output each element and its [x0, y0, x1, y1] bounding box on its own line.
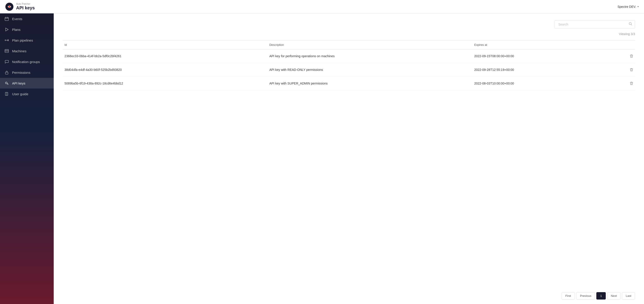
- app-logo: [5, 3, 14, 11]
- chevron-down-icon: ▾: [638, 5, 639, 8]
- chat-icon: [4, 59, 9, 64]
- pagination: First Previous 1 Next Last: [54, 286, 644, 304]
- cell-desc-3: API key with SUPER_ADMIN permissions: [268, 82, 472, 85]
- svg-rect-6: [5, 49, 8, 52]
- sidebar-item-machines[interactable]: Machines: [0, 46, 54, 56]
- play-icon: [4, 27, 9, 32]
- list-icon: [4, 49, 9, 53]
- sidebar: Events Plans Plan pipelines Machines Not…: [0, 13, 54, 304]
- content-area: Viewing 3/3 Id Description Expires at 23…: [54, 13, 644, 286]
- delete-button-1[interactable]: [628, 53, 635, 59]
- cell-desc-2: API key with READ-ONLY permissions: [268, 68, 472, 71]
- app-title-area: Auto Patcher API keys: [16, 3, 35, 10]
- search-container: [63, 20, 635, 29]
- search-wrapper: [554, 20, 635, 29]
- sidebar-item-notification-groups[interactable]: Notification groups: [0, 56, 54, 67]
- sidebar-label-plans: Plans: [12, 28, 20, 31]
- calendar-icon: [4, 16, 9, 21]
- sidebar-label-permissions: Permissions: [12, 71, 30, 74]
- sidebar-label-plan-pipelines: Plan pipelines: [12, 38, 33, 42]
- lock-icon: [4, 70, 9, 75]
- svg-rect-2: [5, 17, 8, 20]
- pipeline-icon: [4, 38, 9, 42]
- layout: Events Plans Plan pipelines Machines Not…: [0, 13, 644, 304]
- current-page-button[interactable]: 1: [596, 292, 606, 300]
- viewing-info: Viewing 3/3: [63, 32, 635, 36]
- sidebar-item-plan-pipelines[interactable]: Plan pipelines: [0, 35, 54, 46]
- cell-id-2: 38d044fa-e4df-4a30-b60f-525b2bd93820: [63, 68, 268, 71]
- cell-action-2: [626, 67, 635, 72]
- table-row: 5089ba5b-6f19-438a-892c-18cd6e4bbd12 API…: [63, 77, 635, 90]
- svg-point-1: [8, 6, 10, 7]
- key-icon: [4, 81, 9, 85]
- table-row: 38d044fa-e4df-4a30-b60f-525b2bd93820 API…: [63, 63, 635, 77]
- table-header: Id Description Expires at: [63, 40, 635, 49]
- book-icon: [4, 92, 9, 96]
- col-header-actions: [626, 43, 635, 46]
- previous-page-button[interactable]: Previous: [576, 292, 595, 300]
- sidebar-item-events[interactable]: Events: [0, 13, 54, 24]
- col-header-description: Description: [268, 43, 472, 46]
- cell-id-1: 2368ec33-0bba-414f-bb2a-5df0c2bf4261: [63, 54, 268, 58]
- table-row: 2368ec33-0bba-414f-bb2a-5df0c2bf4261 API…: [63, 49, 635, 63]
- search-button[interactable]: [629, 22, 632, 26]
- user-name: Spectre DEV.: [617, 5, 636, 8]
- sidebar-label-user-guide: User guide: [12, 92, 28, 96]
- main-content: Viewing 3/3 Id Description Expires at 23…: [54, 13, 644, 304]
- search-input[interactable]: [554, 20, 635, 29]
- svg-point-4: [5, 40, 6, 41]
- cell-expires-3: 2022-08-03T10:00:00+00:00: [472, 82, 626, 85]
- sidebar-item-plans[interactable]: Plans: [0, 24, 54, 35]
- cell-expires-1: 2022-09-15T08:00:00+00:00: [472, 54, 626, 58]
- svg-rect-7: [5, 72, 8, 74]
- table-container: Id Description Expires at 2368ec33-0bba-…: [63, 40, 635, 90]
- first-page-button[interactable]: First: [562, 292, 575, 300]
- sidebar-item-user-guide[interactable]: User guide: [0, 88, 54, 99]
- sidebar-label-notification-groups: Notification groups: [12, 60, 40, 64]
- svg-point-8: [5, 82, 7, 84]
- sidebar-label-api-keys: API keys: [12, 81, 25, 85]
- delete-button-3[interactable]: [628, 81, 635, 86]
- cell-expires-2: 2022-09-28T12:55:19+00:00: [472, 68, 626, 71]
- svg-marker-3: [6, 28, 8, 31]
- last-page-button[interactable]: Last: [622, 292, 635, 300]
- app-subtitle: Auto Patcher: [16, 3, 35, 5]
- sidebar-label-machines: Machines: [12, 49, 26, 53]
- top-header: Auto Patcher API keys Spectre DEV. ▾: [0, 0, 644, 13]
- col-header-expires-at: Expires at: [472, 43, 626, 46]
- sidebar-item-api-keys[interactable]: API keys: [0, 78, 54, 88]
- delete-button-2[interactable]: [628, 67, 635, 72]
- cell-id-3: 5089ba5b-6f19-438a-892c-18cd6e4bbd12: [63, 82, 268, 85]
- logo-area: Auto Patcher API keys: [5, 3, 35, 11]
- sidebar-item-permissions[interactable]: Permissions: [0, 67, 54, 78]
- app-title: API keys: [16, 5, 35, 10]
- sidebar-label-events: Events: [12, 17, 22, 21]
- user-menu[interactable]: Spectre DEV. ▾: [617, 5, 639, 8]
- next-page-button[interactable]: Next: [607, 292, 621, 300]
- col-header-id: Id: [63, 43, 268, 46]
- cell-action-3: [626, 81, 635, 86]
- cell-desc-1: API key for performing operations on mac…: [268, 54, 472, 58]
- cell-action-1: [626, 53, 635, 59]
